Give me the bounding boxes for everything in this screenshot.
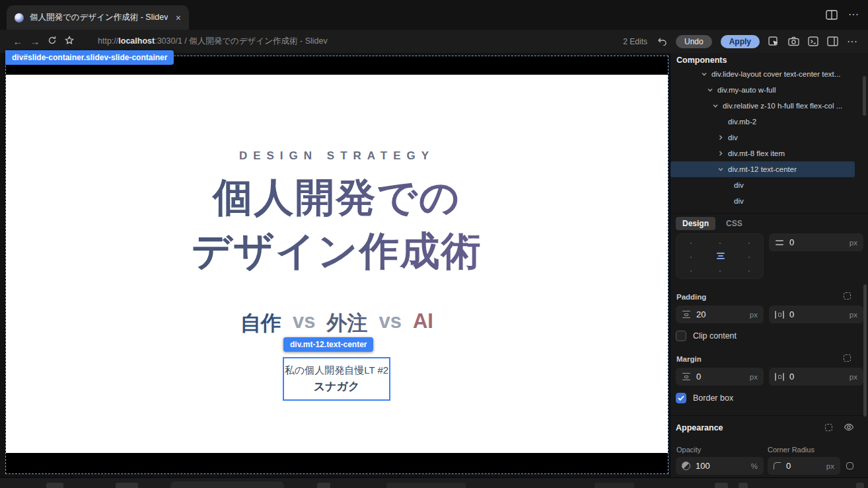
vertical-padding-icon xyxy=(682,311,691,319)
components-scrollbar[interactable] xyxy=(863,76,866,116)
alignment-grid[interactable] xyxy=(676,233,764,279)
clip-content-checkbox[interactable] xyxy=(676,331,686,341)
slide-canvas[interactable]: DESIGN STRATEGY 個人開発での デザイン作成術 自作 vs 外注 … xyxy=(6,75,668,453)
padding-individual-toggle-icon[interactable] xyxy=(844,292,851,300)
tree-item-div-2[interactable]: div xyxy=(670,177,855,193)
border-box-row[interactable]: Border box xyxy=(676,393,733,403)
corner-radius-label: Corner Radius xyxy=(768,446,814,454)
slide-title-line2: デザイン作成術 xyxy=(6,224,668,278)
padding-label: Padding xyxy=(676,293,706,301)
tree-item-div-3[interactable]: div xyxy=(670,193,855,209)
chevron-down-icon[interactable] xyxy=(707,87,713,93)
bookmark-star-icon[interactable] xyxy=(61,36,78,47)
vertical-margin-icon xyxy=(682,373,691,381)
browser-tab-bar: 個人開発でのデザイン作成術 - Slidev × ··· xyxy=(0,0,868,30)
tab-design[interactable]: Design xyxy=(676,217,715,230)
tab-title: 個人開発でのデザイン作成術 - Slidev xyxy=(30,12,168,23)
side-panel-icon[interactable] xyxy=(827,36,838,46)
chevron-right-icon[interactable] xyxy=(717,134,724,141)
inspector-tabs: Design CSS xyxy=(670,213,868,233)
horizontal-padding-icon xyxy=(775,311,784,319)
visibility-eye-icon[interactable] xyxy=(844,423,854,432)
clip-content-row[interactable]: Clip content xyxy=(676,331,737,341)
subtitle-gaichu: 外注 xyxy=(327,309,368,337)
tab-close-icon[interactable]: × xyxy=(176,13,181,23)
reload-icon[interactable] xyxy=(44,36,61,47)
back-icon[interactable]: ← xyxy=(9,36,26,47)
opacity-icon xyxy=(682,462,690,470)
gap-field[interactable]: 0 px xyxy=(769,233,863,251)
browser-toolbar: ← → http://localhost:3030/1 / 個人開発でのデザイン… xyxy=(0,30,868,53)
appearance-reset-icon[interactable] xyxy=(825,424,832,431)
undo-button[interactable]: Undo xyxy=(676,35,712,48)
inspect-element-icon[interactable] xyxy=(768,36,779,47)
opacity-field[interactable]: 100 % xyxy=(676,457,764,475)
margin-individual-toggle-icon[interactable] xyxy=(844,354,851,362)
margin-vertical-field[interactable]: 0 px xyxy=(676,368,764,386)
opacity-label: Opacity xyxy=(676,446,701,454)
slide-subtitle: 自作 vs 外注 vs AI xyxy=(6,309,668,337)
url-prefix: http:// xyxy=(98,36,118,46)
screenshot-camera-icon[interactable] xyxy=(788,36,799,46)
tree-item-layout[interactable]: div.lidev-layout cover text-center text.… xyxy=(670,66,855,82)
appearance-title: Appearance xyxy=(676,423,723,432)
border-box-checkbox[interactable] xyxy=(676,393,686,403)
bottom-bar-partial xyxy=(0,477,868,488)
slide-title: 個人開発での デザイン作成術 xyxy=(6,171,668,278)
subtitle-jisaku: 自作 xyxy=(240,309,281,337)
titlebar-more-icon[interactable]: ··· xyxy=(848,9,859,20)
url-host: localhost xyxy=(118,36,155,46)
individual-corners-icon[interactable] xyxy=(846,462,853,469)
border-box-label: Border box xyxy=(693,393,733,403)
chevron-down-icon[interactable] xyxy=(701,71,707,77)
tree-item-my-auto[interactable]: div.my-auto w-full xyxy=(670,82,855,98)
favicon-icon xyxy=(15,13,24,22)
row-gap-icon xyxy=(775,239,784,247)
slide-eyebrow: DESIGN STRATEGY xyxy=(6,149,668,163)
tree-item-mt-12-selected[interactable]: div.mt-12 text-center xyxy=(670,161,855,177)
tree-item-relative[interactable]: div.relative z-10 h-full flex flex-col .… xyxy=(670,98,855,114)
terminal-icon[interactable] xyxy=(808,36,818,46)
edits-count: 2 Edits xyxy=(623,37,647,46)
url-bar[interactable]: http://localhost:3030/1 / 個人開発でのデザイン作成術 … xyxy=(98,36,328,47)
margin-horizontal-field[interactable]: 0 px xyxy=(769,368,863,386)
tree-item-mt-8[interactable]: div.mt-8 flex item xyxy=(670,145,855,161)
app-window: 個人開発でのデザイン作成術 - Slidev × ··· ← → http://… xyxy=(0,0,868,488)
slide-container[interactable]: DESIGN STRATEGY 個人開発での デザイン作成術 自作 vs 外注 … xyxy=(5,56,669,474)
padding-vertical-field[interactable]: 20 px xyxy=(676,305,764,323)
tree-item-mb-2[interactable]: div.mb-2 xyxy=(670,114,855,130)
chevron-right-icon[interactable] xyxy=(717,150,724,157)
selected-element-tooltip: div.mt-12.text-center xyxy=(283,337,373,352)
forward-icon[interactable]: → xyxy=(26,36,44,47)
browser-webview: DESIGN STRATEGY 個人開発での デザイン作成術 自作 vs 外注 … xyxy=(0,53,670,488)
chevron-down-icon[interactable] xyxy=(717,166,724,173)
chevron-down-icon[interactable] xyxy=(712,102,719,109)
subtitle-vs1: vs xyxy=(293,309,315,337)
design-panel-scrollbar[interactable] xyxy=(863,284,867,417)
subtitle-vs2: vs xyxy=(379,309,402,337)
toolbar-more-icon[interactable]: ··· xyxy=(847,36,857,48)
components-panel-title: Components xyxy=(676,56,727,65)
tree-item-div-1[interactable]: div xyxy=(670,130,855,145)
slide-title-line1: 個人開発での xyxy=(6,171,668,224)
event-name-text: 私の個人開発自慢LT #2 xyxy=(285,364,388,377)
subtitle-ai: AI xyxy=(413,309,433,337)
clip-content-label: Clip content xyxy=(693,331,737,341)
selected-element-box[interactable]: 私の個人開発自慢LT #2 スナガク xyxy=(283,357,390,401)
apply-button[interactable]: Apply xyxy=(721,35,760,48)
horizontal-margin-icon xyxy=(775,373,784,381)
url-rest: :3030/1 / 個人開発でのデザイン作成術 - Slidev xyxy=(155,36,328,46)
container-element-tooltip: div#slide-container.slidev-slide-contain… xyxy=(5,50,174,65)
margin-label: Margin xyxy=(676,355,702,363)
browser-tab[interactable]: 個人開発でのデザイン作成術 - Slidev × xyxy=(7,5,189,30)
undo-arrow-icon[interactable] xyxy=(657,37,667,46)
corner-radius-field[interactable]: 0 px xyxy=(768,457,840,475)
align-center-icon xyxy=(716,253,725,261)
tab-css[interactable]: CSS xyxy=(726,219,742,228)
split-view-icon[interactable] xyxy=(826,10,838,20)
corner-radius-icon xyxy=(774,462,781,469)
padding-horizontal-field[interactable]: 0 px xyxy=(769,305,863,323)
editor-right-panel: Components div.lidev-layout cover text-c… xyxy=(670,53,868,488)
speaker-name-text: スナガク xyxy=(314,379,360,394)
